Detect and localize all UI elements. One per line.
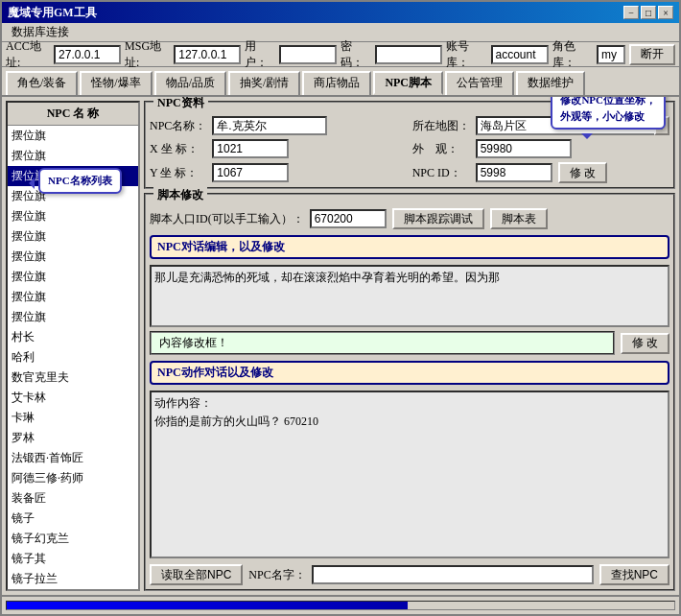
y-label: Y 坐 标： [150, 165, 206, 181]
title-bar: 魔域专用GM工具 − □ × [2, 2, 679, 23]
status-bar [2, 595, 679, 614]
account-input[interactable] [491, 45, 549, 64]
right-panel: NPC资料 NPC名称： 所在地图： ▼ X 坐 标： 外 观： Y 坐 标： [144, 101, 675, 591]
x-label: X 坐 标： [150, 141, 206, 157]
role-label: 角色库： [552, 38, 594, 71]
tab-item[interactable]: 物品/品质 [154, 71, 226, 95]
list-item[interactable]: 摆位旗 [8, 307, 138, 327]
annotation-npc-pos-text: 修改NPC位置坐标，外观等，小心修改 [560, 97, 656, 124]
list-item[interactable]: 罗林 [8, 428, 138, 448]
list-item[interactable]: 摆位旗 [8, 126, 138, 146]
list-item[interactable]: 装备匠 [8, 488, 138, 509]
annotation-npc-list: NPC名称列表 [38, 168, 122, 194]
annotation-npc-list-text: NPC名称列表 [48, 175, 112, 186]
list-item[interactable]: 镜子其 [8, 549, 138, 569]
msg-label: MSG地址: [125, 38, 170, 71]
list-item[interactable]: 哈利 [8, 347, 138, 367]
tab-lottery[interactable]: 抽奖/剧情 [228, 71, 300, 95]
person-id-label: 脚本人口ID(可以手工输入）： [150, 211, 304, 227]
tab-role[interactable]: 角色/装备 [6, 71, 78, 95]
user-input[interactable] [279, 45, 337, 64]
role-input[interactable] [597, 45, 625, 64]
read-all-button[interactable]: 读取全部NPC [150, 564, 243, 585]
window-title: 魔域专用GM工具 [8, 5, 97, 21]
main-content: NPC 名 称 摆位旗 摆位旗 摆位旗张 摆位旗 摆位旗 摆位旗 摆位旗 摆位旗… [2, 97, 679, 595]
pwd-input[interactable] [375, 45, 442, 64]
account-label: 账号库： [446, 38, 487, 71]
tab-npc[interactable]: NPC脚本 [373, 71, 443, 95]
map-label: 所在地图： [412, 118, 470, 134]
list-item[interactable]: 摆位旗 [8, 226, 138, 247]
progress-fill [7, 602, 408, 609]
script-section: 脚本修改 脚本人口ID(可以手工输入）： 脚本跟踪调试 脚本表 NPC对话编辑，… [144, 193, 675, 591]
user-label: 用户： [245, 38, 275, 71]
connect-button[interactable]: 断开 [629, 44, 675, 65]
script-section-label: 脚本修改 [153, 187, 207, 203]
main-window: 魔域专用GM工具 − □ × 数据库连接 ACC地址: MSG地址: 用户： 密… [0, 0, 681, 616]
acc-label: ACC地址: [6, 38, 50, 71]
y-input[interactable] [212, 163, 289, 182]
dialog-edit-label: NPC对话编辑，以及修改 [157, 240, 285, 253]
title-controls: − □ × [623, 6, 673, 19]
npc-list-header: NPC 名 称 [8, 103, 138, 126]
toolbar: ACC地址: MSG地址: 用户： 密码： 账号库： 角色库： 断开 [2, 42, 679, 67]
person-id-input[interactable] [310, 209, 387, 228]
table-button[interactable]: 脚本表 [490, 208, 548, 229]
list-item[interactable]: 摆位旗 [8, 267, 138, 287]
action-label: NPC动作对话以及修改 [157, 366, 273, 379]
x-input[interactable] [212, 139, 289, 158]
npc-list[interactable]: 摆位旗 摆位旗 摆位旗张 摆位旗 摆位旗 摆位旗 摆位旗 摆位旗 摆位旗 摆位旗… [8, 126, 138, 589]
action-content: 你指的是前方的火山吗？ 670210 [154, 414, 665, 430]
list-item[interactable]: 摆位旗 [8, 146, 138, 166]
content-edit-label: 内容修改框！ [159, 336, 228, 349]
list-item[interactable]: 卡琳 [8, 408, 138, 428]
npc-info-label: NPC资料 [153, 97, 208, 111]
list-item[interactable]: 摆位旗 [8, 247, 138, 267]
npc-id-label: NPC ID： [412, 165, 470, 181]
list-item[interactable]: 镜子 [8, 509, 138, 529]
npc-name-find-input[interactable] [312, 565, 594, 584]
action-content-label: 动作内容： [154, 396, 212, 410]
minimize-button[interactable]: − [623, 6, 639, 19]
pwd-label: 密码： [340, 38, 371, 71]
content-modify-button[interactable]: 修 改 [621, 333, 669, 354]
tab-data[interactable]: 数据维护 [516, 71, 585, 95]
list-item[interactable]: 镜子幻克兰 [8, 529, 138, 549]
annotation-npc-pos: 修改NPC位置坐标，外观等，小心修改 [551, 97, 666, 130]
dialog-textarea[interactable]: 那儿是充满恐怖的死域，却在滚滚烈焰中孕育着光明的希望。因为那 [150, 265, 669, 327]
tab-bar: 角色/装备 怪物/爆率 物品/品质 抽奖/剧情 商店物品 NPC脚本 公告管理 … [2, 67, 679, 97]
npc-modify-button[interactable]: 修 改 [558, 162, 607, 183]
list-item[interactable]: 摆位旗 [8, 287, 138, 307]
msg-input[interactable] [174, 45, 241, 64]
list-item[interactable]: 村长 [8, 327, 138, 347]
list-item[interactable]: 镜子拉兰 [8, 569, 138, 589]
list-item[interactable]: 艾卡林 [8, 388, 138, 408]
list-item[interactable]: 阿德三修·药师 [8, 468, 138, 488]
tab-shop[interactable]: 商店物品 [302, 71, 371, 95]
tab-announce[interactable]: 公告管理 [445, 71, 514, 95]
list-item[interactable]: 摆位旗 [8, 206, 138, 226]
list-item[interactable]: 数官克里夫 [8, 367, 138, 388]
list-item[interactable]: 法锻西·首饰匠 [8, 448, 138, 468]
find-npc-button[interactable]: 查找NPC [599, 564, 669, 585]
view-label: 外 观： [412, 141, 470, 157]
npc-name-find-label: NPC名字： [248, 567, 305, 583]
npc-name-input[interactable] [212, 116, 327, 135]
view-input[interactable] [476, 139, 572, 158]
npc-name-label: NPC名称： [150, 118, 206, 134]
progress-bar [6, 601, 675, 610]
maximize-button[interactable]: □ [641, 6, 656, 19]
debug-button[interactable]: 脚本跟踪调试 [392, 208, 484, 229]
tab-monster[interactable]: 怪物/爆率 [80, 71, 152, 95]
acc-input[interactable] [54, 45, 121, 64]
npc-id-input[interactable] [476, 163, 552, 182]
close-button[interactable]: × [658, 6, 673, 19]
